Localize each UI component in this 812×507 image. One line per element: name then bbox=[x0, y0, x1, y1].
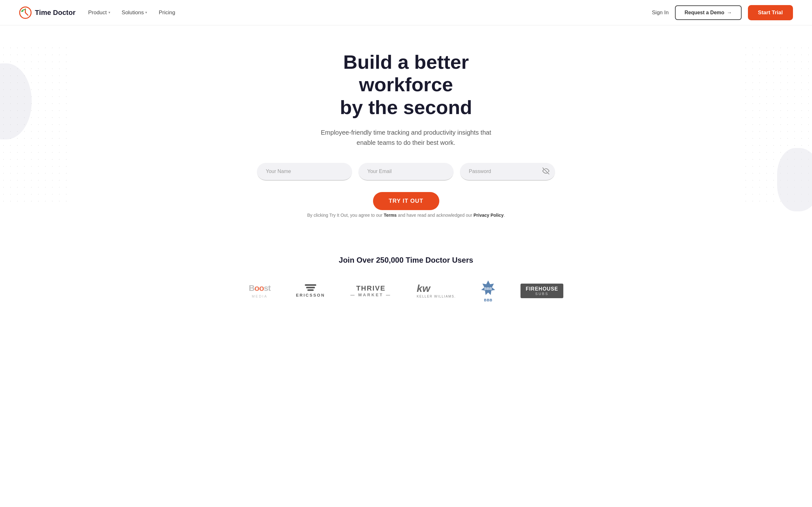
sign-in-link[interactable]: Sign In bbox=[652, 9, 669, 16]
nav-solutions-link[interactable]: Solutions ▾ bbox=[122, 9, 148, 16]
try-it-out-button[interactable]: TRY IT OUT bbox=[373, 192, 439, 210]
terms-link[interactable]: Terms bbox=[384, 213, 397, 218]
logos-section: Join Over 250,000 Time Doctor Users Boos… bbox=[0, 237, 812, 315]
password-input[interactable] bbox=[460, 163, 555, 181]
boost-media-logo: Boost MEDIA bbox=[249, 283, 270, 298]
hero-subtitle: Employee-friendly time tracking and prod… bbox=[317, 127, 495, 148]
dots-left-decoration bbox=[0, 44, 70, 203]
keller-williams-logo: kw KELLER WILLIAMS. bbox=[417, 283, 456, 298]
nav-pricing[interactable]: Pricing bbox=[159, 9, 175, 16]
nav-pricing-link[interactable]: Pricing bbox=[159, 9, 175, 16]
email-input[interactable] bbox=[358, 163, 454, 181]
arrow-right-icon: → bbox=[727, 10, 732, 15]
password-field-wrap bbox=[460, 163, 555, 181]
logos-title: Join Over 250,000 Time Doctor Users bbox=[19, 256, 793, 265]
chevron-down-icon: ▾ bbox=[145, 10, 147, 14]
bbb-seal-icon: BBB bbox=[481, 280, 495, 297]
terms-text: By clicking Try It Out, you agree to our… bbox=[6, 213, 806, 218]
toggle-password-icon[interactable] bbox=[542, 167, 549, 176]
ericsson-logo: ERICSSON bbox=[296, 284, 325, 297]
hero-section: Build a better workforce by the second E… bbox=[0, 25, 812, 237]
start-trial-button[interactable]: Start Trial bbox=[748, 5, 793, 20]
logos-row: Boost MEDIA ERICSSON THRIVE — MARKET — k… bbox=[19, 280, 793, 302]
navbar: Time Doctor Product ▾ Solutions ▾ Pricin… bbox=[0, 0, 812, 25]
cta-wrap: TRY IT OUT bbox=[6, 189, 806, 210]
firehouse-subs-logo: FIREHOUSE SUBS bbox=[520, 284, 563, 298]
nav-links: Product ▾ Solutions ▾ Pricing bbox=[88, 9, 175, 16]
logo-text: Time Doctor bbox=[35, 9, 75, 17]
name-input[interactable] bbox=[257, 163, 352, 181]
chevron-down-icon: ▾ bbox=[108, 10, 110, 14]
thrive-market-logo: THRIVE — MARKET — bbox=[351, 284, 392, 297]
name-field-wrap bbox=[257, 163, 352, 181]
privacy-policy-link[interactable]: Privacy Policy bbox=[473, 213, 504, 218]
email-field-wrap bbox=[358, 163, 454, 181]
logo-icon bbox=[19, 6, 32, 19]
nav-solutions[interactable]: Solutions ▾ bbox=[122, 9, 148, 16]
nav-left: Time Doctor Product ▾ Solutions ▾ Pricin… bbox=[19, 6, 175, 19]
logo[interactable]: Time Doctor bbox=[19, 6, 75, 19]
bbb-logo: BBB BBB bbox=[481, 280, 495, 302]
request-demo-button[interactable]: Request a Demo → bbox=[675, 5, 741, 20]
svg-text:BBB: BBB bbox=[484, 287, 492, 291]
hero-title: Build a better workforce by the second bbox=[295, 51, 517, 118]
blob-right-decoration bbox=[777, 148, 812, 211]
nav-right: Sign In Request a Demo → Start Trial bbox=[652, 5, 793, 20]
nav-product[interactable]: Product ▾ bbox=[88, 9, 110, 16]
nav-product-link[interactable]: Product ▾ bbox=[88, 9, 110, 16]
signup-form bbox=[6, 163, 806, 181]
